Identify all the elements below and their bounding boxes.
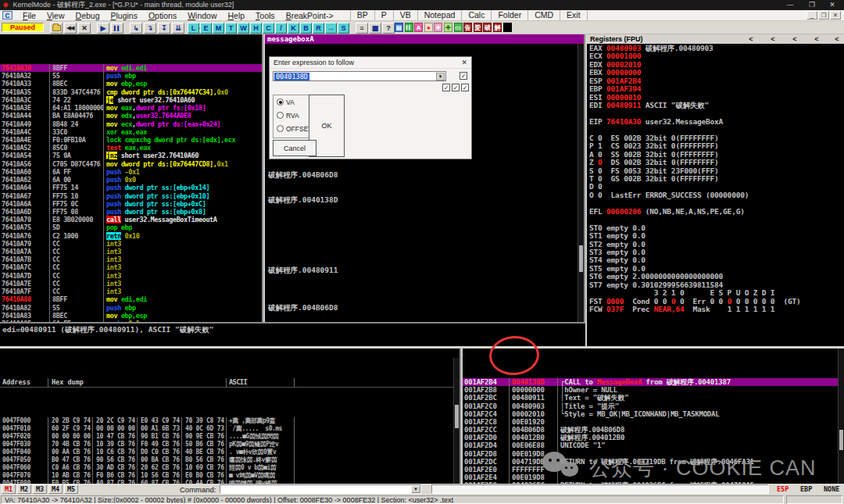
plugin-icon-monitor[interactable]: ▤ bbox=[395, 23, 403, 32]
hex-dump-row[interactable]: 0047F060C0 A6 CB 7630 AD CB 7620 62 CB 7… bbox=[0, 464, 460, 472]
run-button[interactable]: ▶ bbox=[97, 23, 109, 34]
dialog-close-icon[interactable]: ✕ bbox=[461, 59, 467, 66]
disasm-row[interactable]: 76410A338BECmov ebp,esp bbox=[0, 80, 262, 88]
follow-line[interactable]: 破解程序.00480911 bbox=[268, 266, 338, 276]
stack-row[interactable]: 001AF2D400E06E88UNICODE "1" bbox=[463, 441, 844, 449]
plugin-icon-plus[interactable]: ✚ bbox=[444, 23, 452, 32]
plugin-icon-gao[interactable]: 告 bbox=[463, 23, 472, 32]
restart-button[interactable]: ◀◀ bbox=[64, 23, 77, 34]
register-line[interactable]: FST 0000 Cond 0 0 0 0 Err 0 0 0 0 0 0 0 … bbox=[587, 298, 844, 306]
register-line[interactable]: EDX 00002010 bbox=[587, 61, 844, 69]
stack-mode-none[interactable]: NONE bbox=[824, 485, 839, 493]
menu-item-folder[interactable]: Folder bbox=[491, 10, 528, 20]
register-line[interactable]: D 0 bbox=[587, 183, 844, 191]
hex-dump-row[interactable]: 0047F07010 AB CB 76F0 B6 CB 7610 56 CB 7… bbox=[0, 472, 460, 480]
disasm-row[interactable]: 76410A606A FFpush -0x1 bbox=[0, 168, 262, 176]
disasm-row[interactable]: 76410A755Dpop ebp bbox=[0, 223, 262, 231]
chevron-down-icon[interactable]: ▼ bbox=[411, 485, 420, 493]
plugin-icon-record[interactable]: ● bbox=[424, 23, 433, 32]
disasm-row[interactable]: 76410A7DCCint3 bbox=[0, 272, 262, 280]
register-line[interactable]: ST5 empty 0.0 bbox=[587, 265, 844, 273]
menu-item-window[interactable]: Window bbox=[182, 10, 222, 21]
trace-over-button[interactable]: ⇊ bbox=[172, 23, 184, 34]
menu-item-vb[interactable]: VB bbox=[393, 10, 417, 20]
step-over-button[interactable]: ↴ bbox=[144, 23, 156, 34]
register-line[interactable]: EDI 00480911 ASCII "破解失败" bbox=[587, 102, 844, 109]
mdi-minimize-icon[interactable]: _ bbox=[806, 11, 817, 20]
menu-item-cmd[interactable]: CMD bbox=[528, 10, 560, 20]
plugin-icon-jie[interactable]: 解 bbox=[493, 23, 502, 32]
register-line[interactable]: ST6 empty 2.0000000000000000000 bbox=[587, 273, 844, 281]
plugin-icon-ai[interactable]: 爱 bbox=[474, 23, 482, 32]
step-into-button[interactable]: ↳ bbox=[130, 23, 142, 34]
pane-button-t[interactable]: T bbox=[225, 23, 237, 34]
disasm-row[interactable]: 76410A56C705 D87C4476 0mov dword ptr ds:… bbox=[0, 160, 262, 168]
plugin-icon-pause[interactable]: ▌▌ bbox=[405, 23, 413, 32]
hex-dump-row[interactable]: 0047F050B0 47 CB 7690 56 CB 7600 BA CB 7… bbox=[0, 456, 460, 464]
hex-dump-row[interactable]: 0047F00020 2B C9 7420 2C C9 74E0 43 C9 7… bbox=[0, 417, 460, 425]
disasm-row[interactable]: 76410A76C2 1000retn 0x10 bbox=[0, 232, 262, 240]
menu-item-exit[interactable]: Exit bbox=[560, 10, 588, 20]
collapse-icon[interactable]: < bbox=[812, 34, 821, 44]
disasm-row[interactable]: 76410A35833D 347C4476 0cmp dword ptr ds:… bbox=[0, 88, 262, 96]
collapse-icon[interactable]: < bbox=[746, 34, 756, 44]
menu-item-options[interactable]: Options bbox=[143, 10, 182, 21]
plugin-icon-screen[interactable]: ▭ bbox=[454, 23, 463, 32]
pane-button-w[interactable]: W bbox=[238, 23, 249, 34]
help-button[interactable]: ? bbox=[382, 23, 395, 34]
register-line[interactable] bbox=[587, 126, 844, 134]
register-line[interactable]: ESI 00000010 bbox=[587, 94, 844, 102]
register-line[interactable]: ESP 001AF2B4 bbox=[587, 77, 844, 85]
pane-button-l[interactable]: L bbox=[188, 23, 199, 34]
disasm-row[interactable]: 76410A3E64:A1 18000000mov eax,dword ptr … bbox=[0, 104, 262, 112]
tab-m1[interactable]: M1 bbox=[2, 484, 16, 494]
register-line[interactable]: ST2 empty 0.0 bbox=[587, 241, 844, 248]
stack-row[interactable]: 001AF2CC004B06D8破解程序.004B06D8 bbox=[463, 426, 844, 434]
pane-button-m[interactable]: M bbox=[213, 23, 224, 34]
menu-item-tools[interactable]: Tools bbox=[250, 10, 281, 21]
stack-row[interactable]: 001AF2C400002010└Style = MB_OK|MB_ICONHA… bbox=[463, 410, 844, 418]
disasm-row[interactable]: 76410A7BCCint3 bbox=[0, 256, 262, 263]
follow-line[interactable]: 破解程序.004B06D8 bbox=[268, 170, 338, 181]
register-line[interactable]: EAX 00480903 破解程序.00480903 bbox=[587, 45, 844, 52]
menu-item-file[interactable]: File bbox=[17, 10, 41, 21]
pane-button-r[interactable]: R bbox=[313, 23, 324, 34]
tab-m3[interactable]: M3 bbox=[33, 484, 47, 494]
disasm-row[interactable]: 76410A44BA E8A04476mov edx,user32.7644A0… bbox=[0, 112, 262, 120]
disasm-row[interactable]: 76410A308BFFmov edi,edi bbox=[0, 64, 262, 72]
disasm-row[interactable]: 76410A5475 0Ajnz short user32.76410A60 bbox=[0, 152, 262, 159]
disasm-row[interactable]: 76410A8255push ebp bbox=[0, 304, 262, 312]
dump-scrollbar[interactable] bbox=[453, 358, 460, 484]
disasm-row[interactable]: 76410A498B48 24mov ecx,dword ptr ds:[eax… bbox=[0, 120, 262, 128]
trace-into-button[interactable]: ↧ bbox=[158, 23, 170, 34]
disasm-row[interactable]: 76410A7ECCint3 bbox=[0, 280, 262, 288]
register-line[interactable] bbox=[587, 199, 844, 207]
disasm-row[interactable]: 76410A7ACCint3 bbox=[0, 248, 262, 256]
register-line[interactable]: ST0 empty 0.0 bbox=[587, 224, 844, 232]
register-line[interactable]: EBP 001AF394 bbox=[587, 85, 844, 93]
collapse-icon[interactable]: < bbox=[832, 34, 842, 44]
menu-item-plugins[interactable]: Plugins bbox=[105, 10, 142, 21]
radio-icon[interactable] bbox=[277, 125, 284, 132]
menu-item-view[interactable]: View bbox=[41, 10, 70, 21]
register-line[interactable]: P 1 CS 0023 32bit 0(FFFFFFFF) bbox=[587, 142, 844, 150]
register-line[interactable]: EFL 00000206 (NO,NB,NE,A,NS,PE,GE,G) bbox=[587, 208, 844, 216]
collapse-icon[interactable]: < bbox=[790, 34, 799, 44]
tab-m4[interactable]: M4 bbox=[48, 484, 63, 494]
stack-mode-ebp[interactable]: EBP bbox=[800, 485, 812, 493]
register-line[interactable]: Z 0 DS 002B 32bit 0(FFFFFFFF) bbox=[587, 159, 844, 166]
disasm-row[interactable]: 76410A6DFF75 08push dword ptr ss:[ebp+0x… bbox=[0, 208, 262, 216]
command-input[interactable]: ▼ bbox=[220, 484, 421, 494]
open-file-button[interactable] bbox=[50, 23, 63, 34]
stack-row[interactable]: 001AF2B800000000│hOwner = NULL bbox=[463, 386, 844, 394]
appearance-button[interactable]: ▦ bbox=[369, 23, 381, 34]
disasm-row[interactable]: 76410A838BECmov ebp,esp bbox=[0, 312, 262, 320]
pane-button-h[interactable]: H bbox=[250, 23, 262, 34]
register-line[interactable]: S 0 FS 0053 32bit 23F000(FFF) bbox=[587, 167, 844, 175]
mdi-close-icon[interactable]: ✕ bbox=[830, 11, 841, 20]
register-line[interactable]: ST3 empty 0.0 bbox=[587, 248, 844, 256]
close-program-button[interactable]: ✕ bbox=[78, 23, 91, 34]
disasm-row[interactable]: 76410A7CCCint3 bbox=[0, 263, 262, 271]
collapse-icon[interactable]: < bbox=[768, 34, 778, 44]
pane-button-e[interactable]: E bbox=[200, 23, 212, 34]
